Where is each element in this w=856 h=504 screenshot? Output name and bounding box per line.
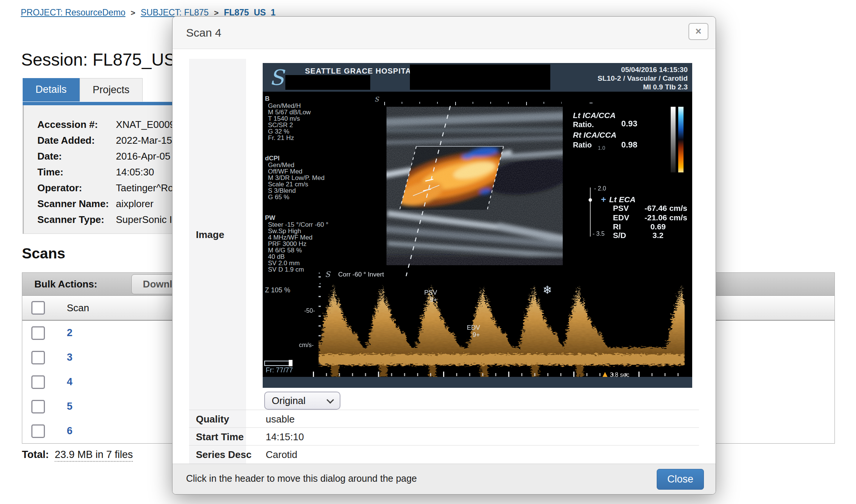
close-icon[interactable]: × (688, 23, 708, 40)
scan-column-header: Scan (67, 302, 89, 314)
pw-section-title: PW (265, 214, 276, 221)
tab-details[interactable]: Details (23, 78, 80, 101)
total-size-line: Total: 23.9 MB in 7 files (22, 449, 133, 461)
svg-text:9+: 9+ (430, 296, 437, 303)
doppler-colorbar (678, 107, 684, 172)
row-divider (189, 410, 699, 410)
series-desc-label: Series Desc (196, 449, 251, 461)
breadcrumb-separator: > (131, 8, 135, 17)
us-probe-preset: SL10-2 / Vascular / Carotid (597, 74, 688, 82)
detail-row: Date:2016-Apr-05 (37, 151, 171, 162)
breadcrumb-project-link[interactable]: PROJECT: ResourceDemo (21, 8, 125, 18)
svg-text:-67.46 cm/s: -67.46 cm/s (645, 204, 687, 212)
row-checkbox[interactable] (31, 351, 45, 364)
detail-row: Scanner Name:aixplorer (37, 198, 154, 210)
svg-text:PSV: PSV (424, 289, 437, 296)
us-header-bar: S SEATTLE GRACE HOSPITAL 05/04/2016 14:1… (263, 63, 692, 92)
quality-label: Quality (196, 413, 229, 425)
row-checkbox[interactable] (31, 375, 45, 389)
breadcrumb-separator: > (214, 8, 219, 17)
rt-ratio-label: Ratio (573, 141, 592, 149)
zoom-level: Z 105 % (265, 286, 290, 294)
svg-text:EDV: EDV (467, 324, 480, 331)
svg-text:EDV: EDV (613, 213, 629, 222)
svg-text:S/D: S/D (613, 231, 626, 240)
depth-top-label: - 2.0 (594, 185, 606, 192)
orientation-marker: S (374, 95, 379, 103)
svg-text:-21.06 cm/s: -21.06 cm/s (645, 213, 687, 222)
detail-row: Time:14:05:30 (37, 166, 154, 178)
freeze-icon: ❄ (543, 284, 552, 296)
detail-row: Date Added:2022-Mar-15 (37, 135, 172, 146)
depth-bottom-label: - 3.5 (593, 230, 605, 237)
bmode-section-title: B (265, 95, 269, 102)
tab-bar: Details Projects (23, 78, 143, 101)
us-datetime: 05/04/2016 14:15:30 (621, 66, 688, 74)
quality-value: usable (266, 413, 295, 425)
svg-text:0.69: 0.69 (650, 222, 666, 231)
redaction-box (410, 65, 550, 90)
image-version-select[interactable]: Original (264, 392, 340, 410)
scans-heading: Scans (22, 245, 65, 262)
svg-text:RI: RI (613, 222, 621, 231)
lt-ica-cca-label: Lt ICA/CCA (573, 111, 616, 120)
svg-text:S: S (325, 270, 331, 279)
detail-row: Scanner Type:SuperSonic Im (37, 214, 180, 226)
close-button[interactable]: Close (657, 469, 704, 490)
rt-ratio-value: 0.98 (621, 140, 637, 149)
page-title: Session: FL875_US_1 (21, 49, 195, 70)
frame-counter: Fr: 77/77 (266, 366, 293, 374)
dialog-title: Scan 4 (186, 26, 221, 39)
hospital-name: SEATTLE GRACE HOSPITAL (305, 67, 416, 75)
chevron-down-icon (326, 396, 334, 404)
svg-text:Corr -60 ° Invert: Corr -60 ° Invert (338, 271, 384, 278)
tab-projects[interactable]: Projects (80, 78, 143, 101)
select-all-checkbox[interactable] (31, 301, 45, 315)
us-footer-bar (263, 377, 692, 388)
drag-hint-text: Click in the header to move this dialog … (186, 473, 417, 484)
svg-text:9+: 9+ (473, 331, 480, 338)
bmode-ruler (384, 102, 562, 106)
caliper-plus: + (601, 194, 606, 204)
dialog-label-column (189, 59, 246, 464)
svg-text:3.2: 3.2 (653, 231, 664, 240)
rt-ratio-sub: 1.0 (598, 145, 605, 151)
velocity-scale-label: -50- (304, 307, 315, 314)
svg-text:PSV: PSV (613, 204, 629, 212)
start-time-label: Start Time (196, 431, 244, 443)
scan-link[interactable]: 4 (67, 376, 72, 388)
scanner-logo-icon: S (269, 65, 286, 90)
row-divider (189, 427, 699, 428)
dialog-footer: Click in the header to move this dialog … (172, 464, 716, 494)
dialog-header[interactable]: Scan 4 × (172, 17, 716, 49)
image-row-label: Image (196, 229, 224, 241)
row-divider (189, 445, 699, 446)
row-checkbox[interactable] (31, 326, 45, 340)
scan-link[interactable]: 6 (67, 425, 72, 437)
eca-name: Lt ECA (609, 195, 636, 204)
scan-image: S SEATTLE GRACE HOSPITAL 05/04/2016 14:1… (263, 63, 692, 388)
scan-link[interactable]: 5 (67, 401, 72, 412)
dcpi-section-title: dCPI (265, 155, 280, 162)
scan-link[interactable]: 3 (67, 352, 72, 363)
row-checkbox[interactable] (31, 424, 45, 438)
rt-ica-cca-label: Rt ICA/CCA (573, 131, 617, 139)
bulk-actions-label: Bulk Actions: (34, 278, 97, 290)
lt-ratio-value: 0.93 (621, 119, 637, 128)
redaction-box (285, 75, 370, 90)
scan-dialog: Scan 4 × Image (172, 16, 716, 495)
detail-row: Accession #:XNAT_E0009 (37, 119, 175, 131)
velocity-unit-label: cm/s- (299, 342, 314, 348)
lt-ratio-label: Ratio. (573, 120, 594, 129)
scan-link[interactable]: 2 (67, 327, 72, 339)
gray-colorbar (671, 107, 676, 172)
detail-row: Operator:Taetinger^Rol (37, 182, 176, 194)
start-time-value: 14:15:10 (266, 431, 304, 443)
us-mi-tib: MI 0.9 TIb 2.3 (643, 83, 688, 91)
row-checkbox[interactable] (31, 400, 45, 413)
selected-option: Original (272, 395, 306, 407)
total-size-value[interactable]: 23.9 MB in 7 files (55, 449, 133, 462)
series-desc-value: Carotid (266, 449, 297, 461)
